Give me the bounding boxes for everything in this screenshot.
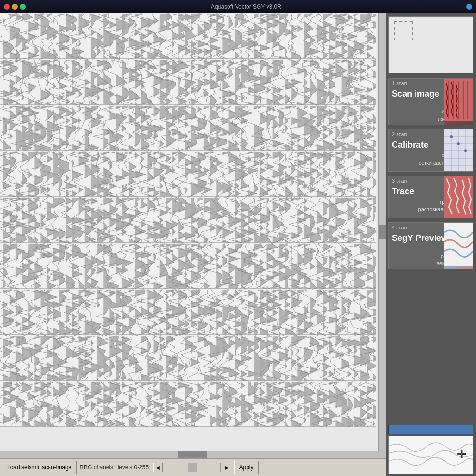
rbg-label: RBG chanels: <box>79 464 115 471</box>
sidebar-small-preview: ✛ <box>388 436 473 474</box>
load-seismic-button[interactable]: Load seismic scan-image <box>2 461 77 474</box>
window-title: Aquasoft Vector SGY v3.0R <box>26 3 466 10</box>
step-1-thumbnail <box>444 79 473 125</box>
seismic-display <box>0 13 376 427</box>
step-2-number: 2 этап <box>392 131 407 137</box>
canvas-area: Load seismic scan-image RBG chanels: lev… <box>0 13 386 476</box>
slider-right-arrow[interactable]: ▶ <box>222 463 231 472</box>
step-2-title: Calibrate <box>392 140 428 150</box>
horizontal-scrollbar[interactable] <box>0 451 386 458</box>
step-4-card[interactable]: 4 этап SegY Preview просмотр результатов… <box>388 222 473 269</box>
vertical-scrollbar[interactable] <box>378 13 386 451</box>
svg-point-566 <box>450 135 453 138</box>
svg-point-568 <box>464 149 467 152</box>
step-3-title: Trace <box>392 187 414 197</box>
levels-slider-track[interactable] <box>164 463 221 472</box>
main-preview-thumbnail <box>388 16 473 73</box>
step-2-thumbnail <box>444 129 473 171</box>
seismic-viewport[interactable] <box>0 13 386 451</box>
close-button[interactable] <box>4 4 10 10</box>
levels-slider-container: ◀ ▶ <box>153 463 231 472</box>
maximize-button[interactable] <box>20 4 26 10</box>
traffic-lights <box>4 4 26 10</box>
step-1-title: Scan image <box>392 89 439 99</box>
step-3-number: 3 этап <box>392 178 407 184</box>
step-4-number: 4 этап <box>392 225 407 230</box>
bottom-toolbar: Load seismic scan-image RBG chanels: lev… <box>0 458 386 476</box>
step-4-title: SegY Preview <box>392 233 448 243</box>
horizontal-scroll-thumb[interactable] <box>178 451 207 458</box>
step-3-card[interactable]: 3 этап Trace трассировка распознавание т… <box>388 176 473 218</box>
sidebar-bottom: ✛ <box>386 423 476 476</box>
sidebar-slider[interactable] <box>388 425 473 434</box>
minimize-button[interactable] <box>12 4 18 10</box>
right-sidebar: 1 этап Scan image загрузка и улучшние из… <box>386 13 476 476</box>
vertical-scroll-thumb[interactable] <box>379 225 386 239</box>
step-2-card[interactable]: 2 этап Calibrate калибровка сетки распоз… <box>388 129 473 172</box>
slider-left-arrow[interactable]: ◀ <box>153 463 163 472</box>
levels-slider-thumb[interactable] <box>188 463 197 472</box>
svg-point-567 <box>457 142 460 145</box>
step-1-number: 1 этап <box>392 80 407 86</box>
step-4-thumbnail <box>444 223 473 269</box>
title-bar: Aquasoft Vector SGY v3.0R <box>0 0 476 13</box>
extra-button[interactable] <box>466 4 472 10</box>
levels-label: levels 0-255: <box>118 464 150 471</box>
preview-selection-rect <box>394 21 413 40</box>
main-layout: Load seismic scan-image RBG chanels: lev… <box>0 13 476 476</box>
step-1-card[interactable]: 1 этап Scan image загрузка и улучшние из… <box>388 78 473 125</box>
apply-button[interactable]: Apply <box>234 461 259 474</box>
crosshair-icon: ✛ <box>457 448 466 461</box>
step-3-thumbnail <box>444 176 473 218</box>
